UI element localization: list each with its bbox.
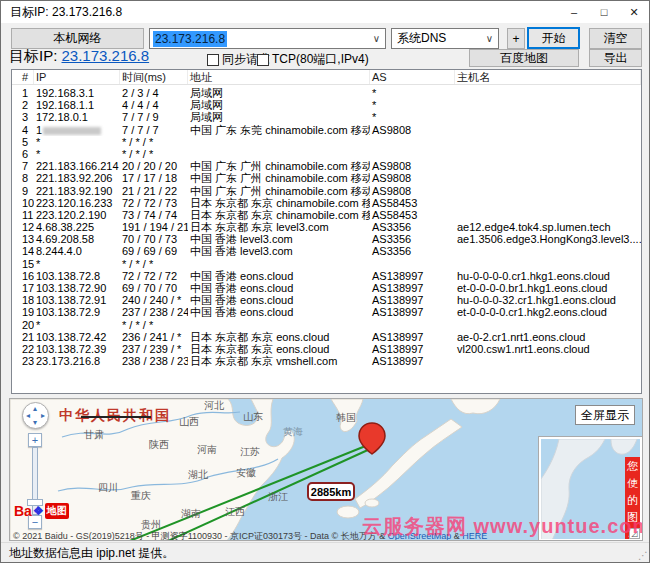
province-label: 四川 <box>98 481 118 495</box>
table-row[interactable]: 21103.138.72.42236 / 241 / *日本 东京都 东京 eo… <box>12 331 641 343</box>
target-ip-link[interactable]: 23.173.216.8 <box>62 47 150 64</box>
chevron-down-icon[interactable]: ∨ <box>486 33 493 44</box>
pan-up-icon[interactable]: ▴ <box>33 404 37 413</box>
target-ip-label: 目标IP: <box>9 47 57 64</box>
target-ip-combobox[interactable]: 23.173.216.8 ∨ <box>149 28 386 49</box>
province-label: 重庆 <box>131 489 151 503</box>
table-row[interactable]: 3172.18.0.17 / 7 / 9局域网* <box>12 111 641 123</box>
table-row[interactable]: 22103.138.72.39237 / 239 / *日本 东京都 东京 eo… <box>12 343 641 355</box>
japan-kyushu <box>337 506 359 518</box>
tcp-checkbox[interactable]: TCP(80端口,IPv4) <box>257 51 369 68</box>
province-label: 江苏 <box>240 445 260 459</box>
table-row[interactable]: 9221.183.92.19021 / 21 / 22中国 广东 广州 chin… <box>12 185 641 197</box>
baidu-map-panel[interactable]: 中华人民共和国 甘肃陕西山西河北山东河南江苏安徽湖北四川重庆浙江湖南江西贵州 黄… <box>9 398 643 541</box>
checkbox-icon[interactable] <box>257 54 269 66</box>
status-text: 地址数据信息由 ipip.net 提供。 <box>9 545 174 562</box>
table-row[interactable]: 417 / 7 / 7中国 广东 东莞 chinamobile.com 移动AS… <box>12 124 641 136</box>
japan-hokkaido <box>451 399 500 414</box>
clear-button[interactable]: 清空 <box>589 28 642 49</box>
province-label: 安徽 <box>236 466 256 480</box>
table-row[interactable]: 2192.168.1.14 / 4 / 4局域网* <box>12 99 641 111</box>
tcp-label: TCP(80端口,IPv4) <box>272 51 369 68</box>
baidu-paw-icon: ❖ <box>33 504 44 518</box>
table-row[interactable]: 8221.183.92.20617 / 17 / 18中国 广东 广州 chin… <box>12 172 641 184</box>
table-row[interactable]: 2323.173.216.8238 / 238 / 239日本 东京都 东京 v… <box>12 355 641 367</box>
pan-down-icon[interactable]: ▾ <box>33 418 37 427</box>
trace-app-window: { "window": { "title": "目标IP: 23.173.216… <box>0 0 650 563</box>
province-label: 湖北 <box>188 468 208 482</box>
pan-left-icon[interactable]: ◂ <box>26 411 30 420</box>
col-num[interactable]: # <box>20 70 34 84</box>
province-label: 山东 <box>243 410 263 424</box>
destination-pin-icon[interactable] <box>359 423 385 454</box>
col-time[interactable]: 时间(ms) <box>120 70 188 84</box>
chevron-down-icon[interactable]: ∨ <box>373 33 380 44</box>
redacted-ip <box>43 127 101 135</box>
table-row[interactable]: 6** / * / * <box>12 148 641 160</box>
table-row[interactable]: 124.68.38.225191 / 194 / 210日本 东京都 东京 le… <box>12 221 641 233</box>
table-row[interactable]: 18103.138.72.91240 / 240 / *中国 香港 eons.c… <box>12 294 641 306</box>
copyright-text: © 2021 Baidu - GS(2019)5218号 - 甲测资字11009… <box>13 531 388 541</box>
baidu-logo-text: Ba <box>14 503 32 519</box>
baidu-map-badge: 地图 <box>45 503 69 519</box>
col-ip[interactable]: IP <box>34 70 120 84</box>
province-label: 甘肃 <box>84 428 104 442</box>
close-button[interactable]: ✕ <box>619 1 649 23</box>
country-label: 中华人民共和国 <box>59 407 171 425</box>
dns-combobox[interactable]: 系统DNS ∨ <box>391 28 499 49</box>
start-button[interactable]: 开始 <box>527 27 580 49</box>
table-row[interactable]: 11223.120.2.19073 / 74 / 74日本 东京都 东京 chi… <box>12 209 641 221</box>
col-as[interactable]: AS <box>370 70 455 84</box>
korea-label: 韩国 <box>336 411 356 425</box>
table-row[interactable]: 7221.183.166.21420 / 20 / 20中国 广东 广州 chi… <box>12 160 641 172</box>
table-row[interactable]: 148.244.4.069 / 69 / 69中国 香港 level3.comA… <box>12 245 641 257</box>
minimize-button[interactable]: – <box>559 1 589 23</box>
baidu-logo: Ba ❖ 地图 <box>14 503 69 519</box>
window-resize-grip[interactable]: ⋰ <box>638 550 648 561</box>
table-row[interactable]: 134.69.208.5870 / 70 / 73中国 香港 level3.co… <box>12 233 641 245</box>
table-row[interactable]: 20** / * / * <box>12 319 641 331</box>
table-row[interactable]: 17103.138.72.9069 / 70 / 70中国 香港 eons.cl… <box>12 282 641 294</box>
table-row[interactable]: 10223.120.16.23372 / 72 / 73日本 东京都 东京 ch… <box>12 197 641 209</box>
province-label: 浙江 <box>268 490 288 504</box>
province-label: 陕西 <box>149 438 169 452</box>
add-button[interactable]: + <box>507 28 525 49</box>
table-row[interactable]: 15** / * / * <box>12 258 641 270</box>
table-row[interactable]: 16103.138.72.872 / 72 / 72中国 香港 eons.clo… <box>12 270 641 282</box>
col-addr[interactable]: 地址 <box>188 70 370 84</box>
province-label: 江西 <box>225 505 245 519</box>
map-pan-control[interactable]: ▴ ▾ ◂ ▸ <box>22 402 49 429</box>
province-label: 湖南 <box>181 507 201 521</box>
province-label: 山西 <box>179 415 199 429</box>
checkbox-icon[interactable] <box>207 54 219 66</box>
table-header[interactable]: # IP 时间(ms) 地址 AS 主机名 <box>12 70 641 85</box>
local-network-button[interactable]: 本机网络 <box>11 28 144 49</box>
col-host[interactable]: 主机名 <box>455 70 641 84</box>
sea-label: 黄海 <box>283 425 303 439</box>
pan-right-icon[interactable]: ▸ <box>41 411 45 420</box>
statusbar: 地址数据信息由 ipip.net 提供。 <box>1 542 649 563</box>
trace-table: # IP 时间(ms) 地址 AS 主机名 1192.168.3.12 / 3 … <box>11 69 642 394</box>
trace-table-body: 1192.168.3.12 / 3 / 4局域网*2192.168.1.14 /… <box>12 85 641 367</box>
table-row[interactable]: 1192.168.3.12 / 3 / 4局域网* <box>12 87 641 99</box>
distance-label: 2885km <box>307 482 355 501</box>
province-label: 河北 <box>204 399 224 413</box>
province-label: 河南 <box>197 443 217 457</box>
japan-shikoku <box>365 499 379 507</box>
watermark: 云服务器网 www.yuntue.com <box>362 513 643 540</box>
export-button[interactable]: 导出 <box>589 49 642 67</box>
fullscreen-button[interactable]: 全屏显示 <box>575 405 635 425</box>
titlebar[interactable]: 目标IP: 23.173.216.8 – □ ✕ <box>1 1 649 23</box>
table-row[interactable]: 19103.138.72.9237 / 238 / 242中国 香港 eons.… <box>12 306 641 318</box>
table-row[interactable]: 5** / * / * <box>12 136 641 148</box>
target-ip-line: 目标IP: 23.173.216.8 <box>9 47 149 66</box>
target-ip-value: 23.173.216.8 <box>153 31 227 47</box>
baidu-map-button[interactable]: 百度地图 <box>469 49 579 67</box>
zoom-in-button[interactable]: + <box>28 433 42 447</box>
dns-value: 系统DNS <box>397 30 446 47</box>
window-title: 目标IP: 23.173.216.8 <box>1 4 559 21</box>
maximize-button[interactable]: □ <box>589 1 619 23</box>
